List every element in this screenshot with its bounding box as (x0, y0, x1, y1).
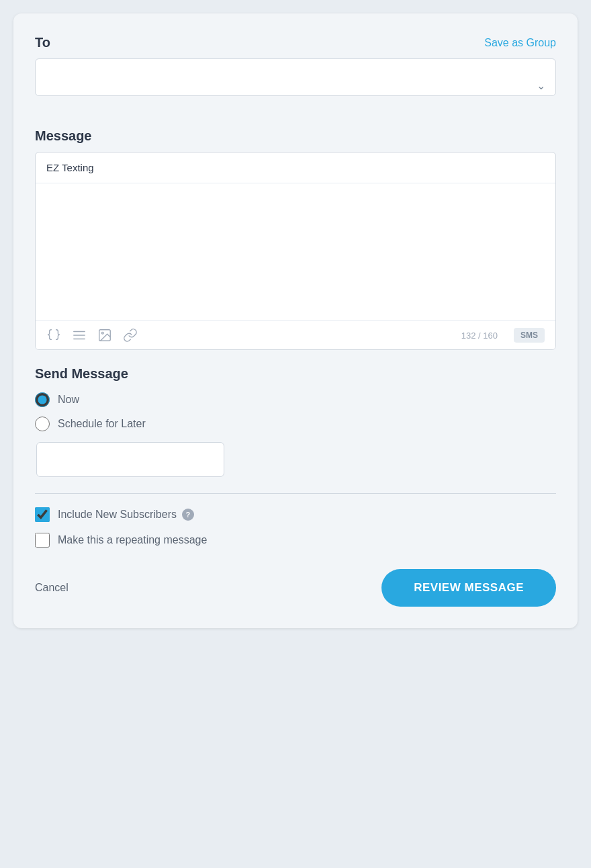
sms-badge: SMS (514, 328, 545, 343)
to-label: To (35, 35, 50, 50)
message-box: EZ Texting (35, 152, 556, 350)
image-svg (97, 328, 112, 343)
to-section-header: To Save as Group (35, 35, 556, 50)
link-svg (123, 328, 138, 343)
include-new-subscribers-item[interactable]: Include New Subscribers ? (35, 507, 556, 522)
checkboxes-section: Include New Subscribers ? Make this a re… (35, 507, 556, 548)
svg-point-4 (101, 332, 103, 334)
schedule-radio-input[interactable] (35, 417, 50, 431)
save-as-group-link[interactable]: Save as Group (484, 37, 556, 49)
curly-braces-svg (46, 328, 61, 343)
schedule-radio-label: Schedule for Later (58, 418, 146, 430)
include-new-subscribers-checkbox[interactable] (35, 507, 50, 522)
cancel-button[interactable]: Cancel (35, 582, 69, 594)
include-new-subscribers-label: Include New Subscribers ? (58, 509, 194, 521)
repeating-message-label: Make this a repeating message (58, 534, 207, 546)
repeating-message-checkbox[interactable] (35, 533, 50, 548)
repeating-message-item[interactable]: Make this a repeating message (35, 533, 556, 548)
list-icon[interactable] (72, 328, 87, 343)
to-dropdown[interactable] (35, 58, 556, 96)
curly-braces-icon[interactable] (46, 328, 61, 343)
image-icon[interactable] (97, 328, 112, 343)
review-message-button[interactable]: REVIEW MESSAGE (381, 569, 556, 607)
schedule-date-input[interactable] (36, 442, 224, 477)
schedule-radio-item[interactable]: Schedule for Later (35, 417, 556, 431)
now-radio-label: Now (58, 394, 79, 406)
message-toolbar: 132 / 160 SMS (36, 320, 555, 349)
send-options-group: Now Schedule for Later (35, 392, 556, 431)
send-message-section: Send Message Now Schedule for Later (35, 366, 556, 477)
link-icon[interactable] (123, 328, 138, 343)
help-icon[interactable]: ? (182, 509, 194, 521)
send-message-title: Send Message (35, 366, 556, 382)
message-from: EZ Texting (36, 153, 555, 183)
now-radio-item[interactable]: Now (35, 392, 556, 407)
list-svg (72, 328, 87, 343)
section-divider (35, 493, 556, 494)
to-dropdown-wrapper: ⌄ (35, 58, 556, 112)
char-count: 132 / 160 (461, 331, 498, 341)
main-card: To Save as Group ⌄ Message EZ Texting (13, 13, 578, 628)
footer: Cancel REVIEW MESSAGE (35, 569, 556, 607)
now-radio-input[interactable] (35, 392, 50, 407)
message-section-title: Message (35, 128, 556, 144)
message-body-input[interactable] (36, 183, 555, 318)
message-section: Message EZ Texting (35, 128, 556, 350)
